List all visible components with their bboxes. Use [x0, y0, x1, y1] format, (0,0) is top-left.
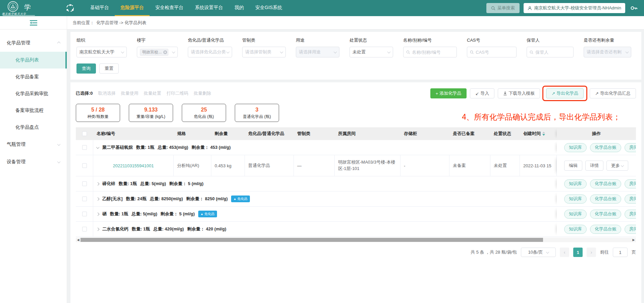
sidebar-item-chemical-record[interactable]: 化学品备案 [0, 69, 67, 85]
room-ledger-button[interactable]: 房间 [625, 225, 636, 234]
current-page-button[interactable]: 1 [573, 248, 583, 257]
sidebar-group-chemical-mgmt[interactable]: 化学品管理 [0, 34, 67, 52]
chemical-ledger-button[interactable]: 化学品台账 [590, 179, 621, 188]
knowledge-base-button[interactable]: 知识库 [564, 194, 587, 204]
hazard-type-select[interactable]: 请选择危化品分类 [188, 47, 232, 57]
add-chemical-button[interactable]: + 添加化学品 [430, 88, 467, 98]
scrollbar-track[interactable] [80, 238, 631, 242]
control-class-placeholder: 请选择管制类 [245, 49, 271, 55]
row-checkbox[interactable] [82, 227, 87, 231]
query-button[interactable]: 查询 [76, 63, 96, 74]
content-area: 组织 南京航空航天大学 楼宇 明故宫校... [67, 30, 644, 303]
chemical-ledger-button[interactable]: 化学品台账 [590, 210, 621, 219]
chemical-remaining: 剩余量： 420 (ml/g) [187, 226, 226, 232]
chemical-total: 总量: 5(ml/g) [140, 181, 166, 187]
tab-safety-inspection-platform[interactable]: 安全检查平台 [150, 0, 189, 16]
usage-placeholder: 请选择用途 [299, 49, 321, 55]
has-remaining-select[interactable]: 请选择是否还有剩 [584, 47, 631, 57]
user-account-button[interactable]: 南京航空航天大学-校级安全管理员-NHAdmin [524, 3, 625, 13]
next-page-button[interactable]: › [587, 248, 596, 257]
row-checkbox[interactable] [82, 212, 87, 216]
knowledge-base-button[interactable]: 知识库 [564, 210, 587, 219]
knowledge-base-button[interactable]: 知识库 [564, 225, 587, 234]
control-class-select[interactable]: 请选择管制类 [242, 47, 286, 57]
tab-system-settings-platform[interactable]: 系统设置平台 [189, 0, 229, 16]
tab-safety-gis[interactable]: 安全GIS系统 [250, 0, 288, 16]
chemical-ledger-button[interactable]: 化学品台账 [590, 194, 621, 204]
row-checkbox[interactable] [82, 197, 87, 201]
edit-button[interactable]: 编辑 [564, 161, 582, 171]
sidebar-item-purchase-approval[interactable]: 化学品采购审批 [0, 85, 67, 102]
filter-label-cas: CAS号 [467, 37, 517, 43]
stat-hazardous-count: 25 危化品 (瓶) [182, 104, 226, 122]
chemical-ledger-button[interactable]: 化学品台账 [590, 143, 621, 152]
menu-search-button[interactable]: 菜单搜索 [486, 3, 520, 13]
page-size-select[interactable]: 10条/页 [521, 248, 556, 257]
sidebar-collapse-button[interactable] [0, 16, 67, 29]
import-button[interactable]: ↙ 导入 [470, 88, 494, 98]
sidebar-item-record-approval-flow[interactable]: 备案审批流程 [0, 102, 67, 119]
import-label: 导入 [480, 90, 489, 96]
select-all-checkbox[interactable] [82, 131, 87, 136]
tab-hazard-source-platform[interactable]: 危险源平台 [115, 0, 150, 16]
filter-label-building: 楼宇 [137, 37, 178, 43]
building-select[interactable]: 明故宫校... [137, 47, 178, 57]
room-ledger-button[interactable]: 房间 [625, 210, 636, 219]
expand-row-icon[interactable] [96, 212, 100, 216]
knowledge-base-button[interactable]: 知识库 [564, 179, 587, 188]
disposal-status-select[interactable]: 未处置 [350, 47, 393, 57]
sidebar-item-chemical-inventory[interactable]: 化学品盘点 [0, 119, 67, 136]
tag-clear-icon[interactable] [163, 50, 167, 54]
room-ledger-button[interactable]: 房间 [625, 143, 636, 152]
goto-page-input[interactable] [613, 248, 628, 257]
tab-mine[interactable]: 我的 [229, 0, 250, 16]
sort-asc-icon [542, 132, 545, 133]
room-ledger-button[interactable]: 房间 [625, 179, 636, 188]
prev-page-button[interactable]: ‹ [560, 248, 569, 257]
tab-basic-platform[interactable]: 基础平台 [85, 0, 115, 16]
expand-row-icon[interactable] [96, 182, 100, 185]
batch-delete-link[interactable]: 批量删除 [194, 90, 211, 96]
more-button[interactable]: 更多 [606, 161, 628, 171]
knowledge-base-button[interactable]: 知识库 [564, 143, 587, 152]
batch-dispose-link[interactable]: 批量处置 [144, 90, 161, 96]
sidebar-group-equipment-mgmt[interactable]: 设备管理 [0, 153, 67, 171]
expand-row-icon[interactable] [96, 227, 100, 231]
table-row: 硒 数量: 1瓶 总量: 5(ml/g) 剩余量： 5 (ml/g) ▲ 危化品… [76, 207, 636, 222]
row-checkbox[interactable] [82, 163, 87, 168]
expand-row-icon[interactable] [96, 197, 100, 201]
scroll-right-arrow[interactable]: ▶ [631, 238, 636, 242]
cas-input[interactable] [476, 50, 514, 55]
collapse-row-icon[interactable] [96, 145, 100, 149]
logout-key-icon[interactable] [630, 4, 638, 12]
scrollbar-thumb[interactable] [80, 238, 543, 242]
warning-triangle-icon: ▲ [233, 197, 236, 201]
export-summary-button[interactable]: ↗ 导出化学品汇总 [590, 88, 636, 98]
chemical-remaining: 剩余量： 453 (ml/g) [192, 144, 230, 150]
row-checkbox[interactable] [82, 145, 87, 150]
chemical-ledger-button[interactable]: 化学品台账 [590, 225, 621, 234]
scroll-left-arrow[interactable]: ◀ [76, 238, 80, 242]
name-code-input[interactable] [412, 50, 454, 55]
batch-use-link[interactable]: 批量使用 [121, 90, 139, 96]
org-select[interactable]: 南京航空航天大学 [76, 47, 127, 57]
cancel-selection-link[interactable]: 取消选择 [98, 90, 116, 96]
sidebar-group-gas-cylinder-mgmt[interactable]: 气瓶管理 [0, 136, 67, 153]
chemical-qty: 数量: 1瓶 [119, 181, 137, 187]
download-template-button[interactable]: 下载导入模板 [498, 88, 540, 98]
detail-button[interactable]: 详情 [585, 161, 603, 171]
export-chemicals-button[interactable]: ↗ 导出化学品 [546, 88, 584, 98]
reset-button[interactable]: 重置 [99, 63, 119, 74]
table-toolbar: 已选择:0 取消选择 批量使用 批量处置 打印二维码 批量删除 + 添加化学品 … [70, 86, 641, 102]
row-checkbox[interactable] [82, 181, 87, 186]
usage-select[interactable]: 请选择用途 [296, 47, 339, 57]
search-icon [530, 50, 533, 54]
sidebar-group-label: 化学品管理 [7, 40, 30, 46]
sort-created-control[interactable] [542, 132, 545, 136]
chemical-code-link[interactable]: 20221103155941001 [113, 163, 154, 168]
sidebar-item-chemical-list[interactable]: 化学品列表 [0, 52, 67, 69]
room-ledger-button[interactable]: 房间 [625, 194, 636, 204]
print-qrcode-link[interactable]: 打印二维码 [167, 90, 189, 96]
keeper-input[interactable] [535, 50, 571, 55]
export-chemicals-label: 导出化学品 [556, 90, 578, 96]
